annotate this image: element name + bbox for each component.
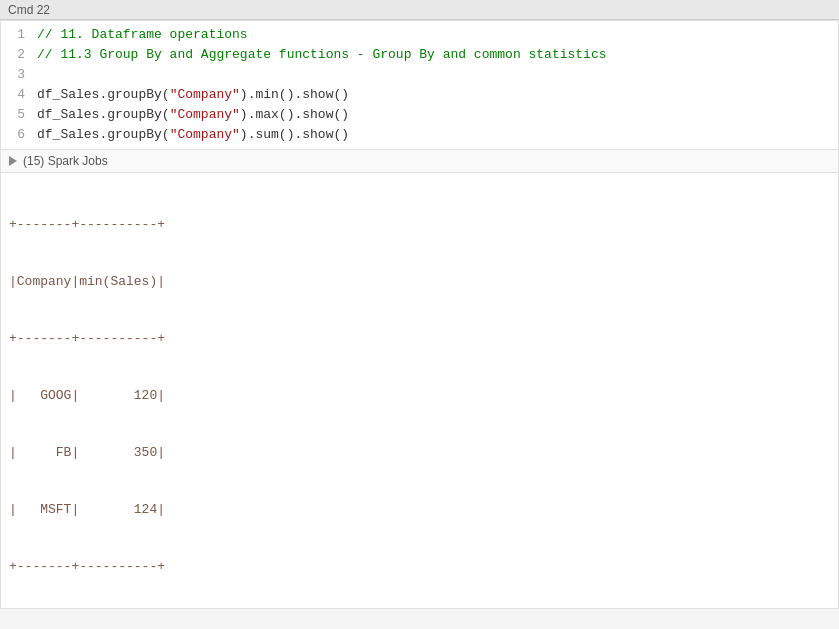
line-number-2: 2 [1, 45, 37, 65]
min-table-header: |Company|min(Sales)| [9, 272, 830, 291]
min-table: +-------+----------+ |Company|min(Sales)… [9, 177, 830, 608]
line-content-6: df_Sales.groupBy("Company").sum().show() [37, 125, 838, 145]
min-table-sep: +-------+----------+ [9, 329, 830, 348]
code-line-3: 3 [1, 65, 838, 85]
code-line-2: 2 // 11.3 Group By and Aggregate functio… [1, 45, 838, 65]
code-line-5: 5 df_Sales.groupBy("Company").max().show… [1, 105, 838, 125]
code-line-6: 6 df_Sales.groupBy("Company").sum().show… [1, 125, 838, 145]
min-table-top-border: +-------+----------+ [9, 215, 830, 234]
cmd-label: Cmd 22 [8, 3, 50, 17]
notebook-cell: 1 // 11. Dataframe operations 2 // 11.3 … [0, 20, 839, 609]
line-number-6: 6 [1, 125, 37, 145]
output-area: +-------+----------+ |Company|min(Sales)… [1, 173, 838, 608]
cmd-bar: Cmd 22 [0, 0, 839, 20]
line-number-5: 5 [1, 105, 37, 125]
code-area: 1 // 11. Dataframe operations 2 // 11.3 … [1, 21, 838, 149]
line-content-3 [37, 65, 838, 85]
min-table-footer: +-------+----------+ [9, 557, 830, 576]
line-content-5: df_Sales.groupBy("Company").max().show() [37, 105, 838, 125]
line-number-3: 3 [1, 65, 37, 85]
spark-jobs-label: (15) Spark Jobs [23, 154, 108, 168]
line-number-1: 1 [1, 25, 37, 45]
line-content-2: // 11.3 Group By and Aggregate functions… [37, 45, 838, 65]
min-table-row-3: | MSFT| 124| [9, 500, 830, 519]
spark-jobs-bar[interactable]: (15) Spark Jobs [1, 149, 838, 173]
min-table-row-2: | FB| 350| [9, 443, 830, 462]
line-number-4: 4 [1, 85, 37, 105]
code-line-1: 1 // 11. Dataframe operations [1, 25, 838, 45]
code-line-4: 4 df_Sales.groupBy("Company").min().show… [1, 85, 838, 105]
min-table-row-1: | GOOG| 120| [9, 386, 830, 405]
line-content-4: df_Sales.groupBy("Company").min().show() [37, 85, 838, 105]
triangle-right-icon [9, 156, 17, 166]
line-content-1: // 11. Dataframe operations [37, 25, 838, 45]
